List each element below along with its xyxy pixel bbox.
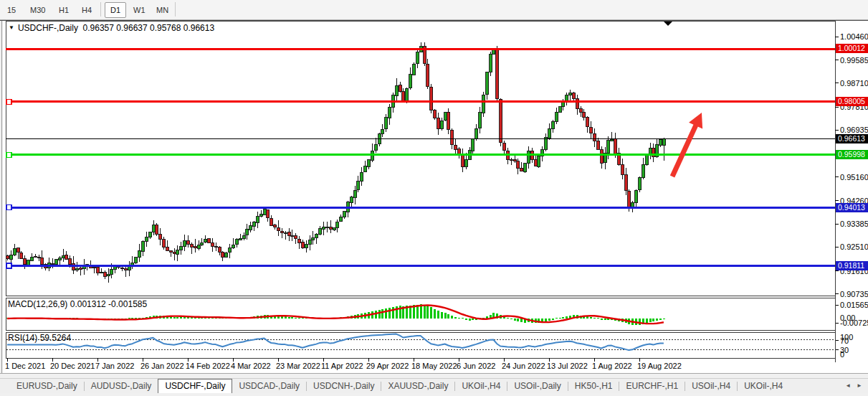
trend-arrow[interactable] bbox=[665, 110, 708, 180]
hline-marker bbox=[6, 99, 11, 104]
tab-usoil-daily[interactable]: USOil-,Daily bbox=[507, 379, 567, 394]
macd-signal-line bbox=[7, 306, 664, 324]
tab-audusd-daily[interactable]: AUDUSD-,Daily bbox=[85, 379, 158, 394]
tab-eurchf-h1[interactable]: EURCHF-,H1 bbox=[619, 379, 685, 394]
date-axis-label: 26 Jan 2022 bbox=[140, 362, 184, 370]
price-axis-tick: 0.95160 bbox=[840, 173, 868, 182]
tab-xauusd-daily[interactable]: XAUUSD-,Daily bbox=[381, 379, 454, 394]
date-axis-label: 1 Dec 2021 bbox=[5, 362, 45, 370]
candles-layer bbox=[6, 42, 666, 283]
date-axis-label: 20 Dec 2021 bbox=[50, 362, 95, 370]
price-level-label-0.94013: 0.94013 bbox=[836, 203, 868, 212]
price-axis-tick-mark bbox=[835, 176, 839, 177]
symbol-tab-bar: EURUSD-,DailyAUDUSD-,DailyUSDCHF-,DailyU… bbox=[0, 378, 868, 394]
rsi-line bbox=[7, 334, 664, 351]
hline-marker bbox=[6, 152, 11, 157]
tab-eurusd-daily[interactable]: EURUSD-,Daily bbox=[10, 379, 84, 394]
level-lines-layer[interactable] bbox=[6, 49, 835, 268]
price-axis-tick-mark bbox=[835, 130, 839, 131]
price-axis-tick: 0.99585 bbox=[840, 56, 868, 65]
date-axis-label: 23 Mar 2022 bbox=[276, 362, 320, 370]
price-chart-canvas bbox=[0, 0, 868, 396]
tab-ukoil-h4[interactable]: UKOil-,H4 bbox=[455, 379, 507, 394]
tab-scroll-left-icon[interactable]: ◄ bbox=[842, 379, 854, 394]
price-axis-tick-mark bbox=[835, 293, 839, 294]
tab-usoil-h4[interactable]: USOil-,H4 bbox=[685, 379, 737, 394]
price-axis-tick-mark bbox=[835, 200, 839, 201]
price-axis-tick-mark bbox=[835, 224, 839, 225]
hline-marker bbox=[6, 263, 11, 268]
date-axis-label: 1 Aug 2022 bbox=[592, 362, 632, 370]
scroll-position-marker bbox=[664, 22, 672, 26]
mt4-window: 15M30H1H4D1W1MN ▼USDCHF-,Daily 0.96357 0… bbox=[0, 0, 868, 396]
price-axis-tick-mark bbox=[835, 60, 839, 60]
price-axis-tick-mark bbox=[835, 37, 839, 37]
price-level-label-0.96613: 0.96613 bbox=[836, 134, 868, 143]
price-axis-tick: 0.90735 bbox=[840, 290, 868, 298]
tab-usdchf-daily[interactable]: USDCHF-,Daily bbox=[158, 379, 232, 394]
price-level-label-0.98005: 0.98005 bbox=[836, 97, 868, 106]
tab-ukoil-h4[interactable]: UKOil-,H4 bbox=[738, 379, 789, 394]
price-level-label-0.95998: 0.95998 bbox=[836, 150, 868, 159]
price-axis-tick-mark bbox=[835, 82, 839, 83]
date-axis-label: 19 Aug 2022 bbox=[637, 362, 682, 370]
date-axis-label: 11 Apr 2022 bbox=[321, 362, 363, 370]
tab-usdcnh-daily[interactable]: USDCNH-,Daily bbox=[307, 379, 381, 394]
date-axis-label: 14 Feb 2022 bbox=[186, 362, 230, 370]
date-axis-label: 18 May 2022 bbox=[411, 362, 457, 370]
date-axis-label: 7 Jan 2022 bbox=[95, 362, 134, 370]
price-axis-tick: 0.93385 bbox=[840, 220, 868, 228]
price-axis-tick-mark bbox=[835, 270, 839, 271]
date-axis-label: 24 Jun 2022 bbox=[502, 362, 545, 370]
price-axis-tick-mark bbox=[835, 107, 839, 108]
price-axis-tick: 0.96935 bbox=[840, 126, 868, 134]
date-axis-label: 29 Apr 2022 bbox=[366, 362, 409, 370]
date-axis-label: 13 Jul 2022 bbox=[547, 362, 588, 370]
price-axis-tick: 1.00460 bbox=[840, 32, 868, 41]
date-axis-label: 6 Jun 2022 bbox=[457, 362, 495, 370]
hline-marker bbox=[6, 205, 11, 210]
bottom-filler bbox=[0, 393, 868, 396]
price-level-label-0.91811: 0.91811 bbox=[836, 261, 868, 270]
macd-histogram bbox=[8, 304, 664, 325]
tab-usdcad-daily[interactable]: USDCAD-,Daily bbox=[232, 379, 306, 394]
tab-hk50-h1[interactable]: HK50-,H1 bbox=[568, 379, 619, 394]
price-axis-tick: 0.98710 bbox=[840, 79, 868, 88]
tab-scroll-right-icon[interactable]: ► bbox=[854, 379, 865, 394]
price-axis-tick: 0.92510 bbox=[840, 242, 868, 251]
date-axis-label: 4 Mar 2022 bbox=[231, 362, 271, 370]
price-level-label-1.00012: 1.00012 bbox=[836, 44, 868, 53]
price-axis-tick-mark bbox=[835, 247, 839, 248]
